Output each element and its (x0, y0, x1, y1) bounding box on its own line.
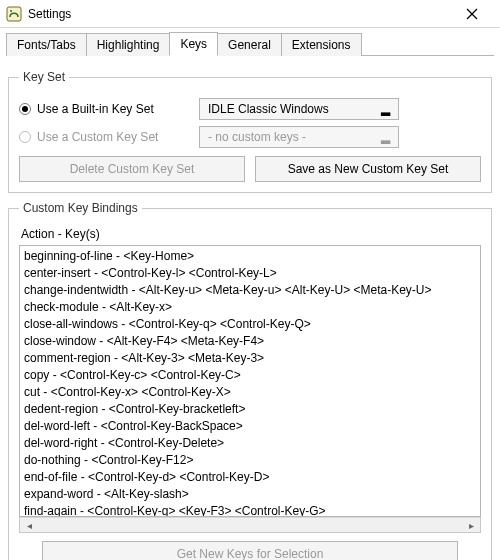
scroll-left-icon[interactable]: ◂ (22, 519, 36, 531)
bindings-list-inner: beginning-of-line - <Key-Home>center-ins… (20, 246, 480, 517)
svg-point-1 (10, 10, 12, 12)
dropdown-handle-icon: ▂ (378, 130, 392, 144)
binding-row[interactable]: close-all-windows - <Control-Key-q> <Con… (24, 316, 476, 333)
close-icon (466, 8, 478, 20)
bindings-listbox[interactable]: beginning-of-line - <Key-Home>center-ins… (19, 245, 481, 517)
builtin-row: Use a Built-in Key Set IDLE Classic Wind… (19, 98, 481, 120)
window-title: Settings (28, 7, 452, 21)
custom-radio-label: Use a Custom Key Set (37, 130, 158, 144)
get-new-keys-button[interactable]: Get New Keys for Selection (42, 541, 458, 560)
bindings-header: Action - Key(s) (21, 227, 481, 241)
dropdown-handle-icon: ▂ (378, 102, 392, 116)
binding-row[interactable]: check-module - <Alt-Key-x> (24, 299, 476, 316)
tab-content: Key Set Use a Built-in Key Set IDLE Clas… (0, 56, 500, 560)
binding-row[interactable]: dedent-region - <Control-Key-bracketleft… (24, 401, 476, 418)
scroll-right-icon[interactable]: ▸ (464, 519, 478, 531)
custom-radio[interactable]: Use a Custom Key Set (19, 130, 189, 144)
radio-icon (19, 131, 31, 143)
custom-row: Use a Custom Key Set - no custom keys - … (19, 126, 481, 148)
binding-row[interactable]: do-nothing - <Control-Key-F12> (24, 452, 476, 469)
custom-keyset-dropdown[interactable]: - no custom keys - ▂ (199, 126, 399, 148)
builtin-keyset-dropdown[interactable]: IDLE Classic Windows ▂ (199, 98, 399, 120)
tab-highlighting[interactable]: Highlighting (86, 33, 171, 56)
app-icon (6, 6, 22, 22)
horizontal-scrollbar[interactable]: ◂ ▸ (19, 517, 481, 533)
tab-keys[interactable]: Keys (169, 32, 218, 56)
binding-row[interactable]: copy - <Control-Key-c> <Control-Key-C> (24, 367, 476, 384)
custom-dropdown-value: - no custom keys - (208, 130, 306, 144)
binding-row[interactable]: comment-region - <Alt-Key-3> <Meta-Key-3… (24, 350, 476, 367)
binding-row[interactable]: find-again - <Control-Key-g> <Key-F3> <C… (24, 503, 476, 517)
binding-row[interactable]: expand-word - <Alt-Key-slash> (24, 486, 476, 503)
delete-keyset-button[interactable]: Delete Custom Key Set (19, 156, 245, 182)
binding-row[interactable]: center-insert - <Control-Key-l> <Control… (24, 265, 476, 282)
binding-row[interactable]: del-word-left - <Control-Key-BackSpace> (24, 418, 476, 435)
bindings-legend: Custom Key Bindings (19, 201, 142, 215)
titlebar: Settings (0, 0, 500, 28)
save-keyset-button[interactable]: Save as New Custom Key Set (255, 156, 481, 182)
bindings-group: Custom Key Bindings Action - Key(s) begi… (8, 201, 492, 560)
close-button[interactable] (452, 0, 492, 28)
binding-row[interactable]: change-indentwidth - <Alt-Key-u> <Meta-K… (24, 282, 476, 299)
builtin-radio[interactable]: Use a Built-in Key Set (19, 102, 189, 116)
keyset-buttons: Delete Custom Key Set Save as New Custom… (19, 156, 481, 182)
keyset-group: Key Set Use a Built-in Key Set IDLE Clas… (8, 70, 492, 193)
builtin-radio-label: Use a Built-in Key Set (37, 102, 154, 116)
binding-row[interactable]: del-word-right - <Control-Key-Delete> (24, 435, 476, 452)
binding-row[interactable]: close-window - <Alt-Key-F4> <Meta-Key-F4… (24, 333, 476, 350)
binding-row[interactable]: end-of-file - <Control-Key-d> <Control-K… (24, 469, 476, 486)
tab-general[interactable]: General (217, 33, 282, 56)
keyset-legend: Key Set (19, 70, 69, 84)
binding-row[interactable]: beginning-of-line - <Key-Home> (24, 248, 476, 265)
binding-row[interactable]: cut - <Control-Key-x> <Control-Key-X> (24, 384, 476, 401)
tab-extensions[interactable]: Extensions (281, 33, 362, 56)
tab-bar: Fonts/Tabs Highlighting Keys General Ext… (0, 28, 500, 56)
tab-fonts[interactable]: Fonts/Tabs (6, 33, 87, 56)
radio-icon (19, 103, 31, 115)
builtin-dropdown-value: IDLE Classic Windows (208, 102, 329, 116)
